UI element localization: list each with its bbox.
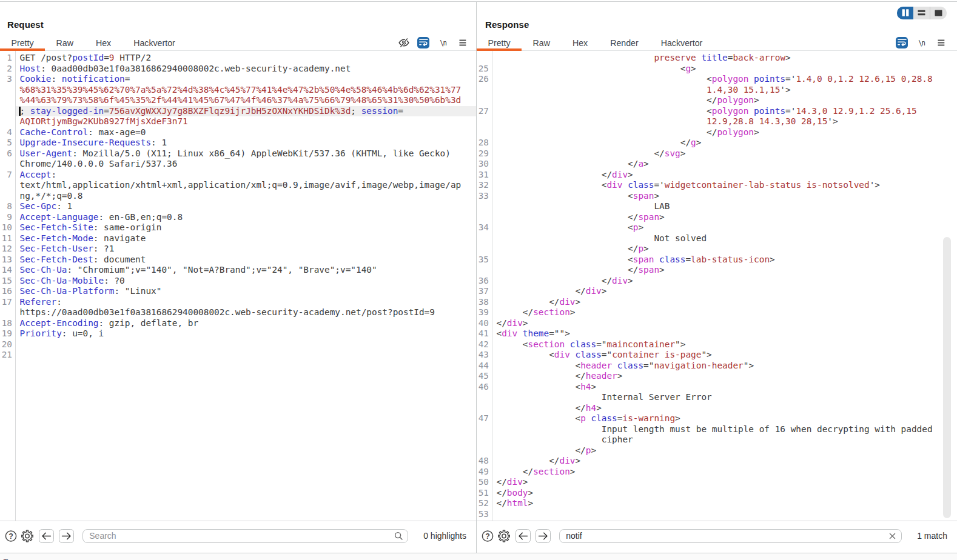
- code-row[interactable]: 43 <div class="container is-page">: [477, 350, 957, 361]
- code-row[interactable]: 44 <header class="navigation-header">: [477, 361, 957, 372]
- settings-gear-icon[interactable]: [21, 530, 33, 542]
- code-row[interactable]: AQIORtjymBgw2KUb8927fMjsXdeF3n71: [0, 116, 476, 127]
- search-previous-button[interactable]: [39, 529, 54, 544]
- code-row[interactable]: 20: [0, 339, 476, 350]
- code-row[interactable]: 12Sec-Fetch-User: ?1: [0, 244, 476, 255]
- tab-pretty[interactable]: Pretty: [0, 33, 45, 50]
- code-row[interactable]: 16Sec-Ch-Ua-Platform: "Linux": [0, 286, 476, 297]
- code-row[interactable]: 34 <p>: [477, 222, 957, 233]
- code-row[interactable]: preserve title=back-arrow>: [477, 53, 957, 64]
- help-icon[interactable]: ?: [482, 530, 494, 542]
- clear-search-icon[interactable]: [887, 531, 897, 541]
- code-row[interactable]: </span>: [477, 212, 957, 223]
- code-row[interactable]: 46 <h4>: [477, 382, 957, 393]
- rows-layout-button[interactable]: [913, 7, 930, 19]
- code-row[interactable]: 10Sec-Fetch-Site: same-origin: [0, 222, 476, 233]
- code-row[interactable]: 41<div theme="">: [477, 328, 957, 339]
- code-row[interactable]: 4Cache-Control: max-age=0: [0, 127, 476, 138]
- code-row[interactable]: </p>: [477, 445, 957, 456]
- search-next-button[interactable]: [59, 529, 74, 544]
- code-row[interactable]: 9Accept-Language: en-GB,en;q=0.8: [0, 212, 476, 223]
- editor-menu-icon[interactable]: [453, 35, 473, 50]
- code-row[interactable]: %68%31%35%39%45%62%70%7a%5a%72%4d%38%4c%…: [0, 85, 476, 96]
- single-layout-button[interactable]: [930, 7, 947, 19]
- code-row[interactable]: 13Sec-Fetch-Dest: document: [0, 255, 476, 265]
- code-row[interactable]: 27 <polygon points='14.3,0 12.9,1.2 25.6…: [477, 106, 957, 117]
- code-row[interactable]: 5Upgrade-Insecure-Requests: 1: [0, 138, 476, 148]
- code-row[interactable]: 1GET /post?postId=9 HTTP/2: [0, 53, 476, 64]
- code-row[interactable]: 2Host: 0aad00db03e1f0a3816862940008002c.…: [0, 64, 476, 75]
- response-editor[interactable]: preserve title=back-arrow>25 <g>26 <poly…: [477, 51, 957, 521]
- code-row[interactable]: 19Priority: u=0, i: [0, 328, 476, 339]
- code-row[interactable]: 47 <p class=is-warning>: [477, 413, 957, 424]
- code-row[interactable]: 33 <span>: [477, 191, 957, 202]
- code-row[interactable]: ng,*/*;q=0.8: [0, 191, 476, 202]
- code-row[interactable]: 38 </div>: [477, 297, 957, 308]
- tab-hackvertor[interactable]: Hackvertor: [650, 33, 714, 50]
- columns-layout-button[interactable]: [897, 7, 913, 19]
- code-row[interactable]: text/html,application/xhtml+xml,applicat…: [0, 180, 476, 191]
- tab-render[interactable]: Render: [599, 33, 650, 50]
- code-row[interactable]: 8Sec-Gpc: 1: [0, 201, 476, 212]
- code-row[interactable]: 37 </div>: [477, 286, 957, 297]
- code-row[interactable]: 28 </g>: [477, 138, 957, 148]
- code-row[interactable]: 52</html>: [477, 498, 957, 509]
- code-row[interactable]: 36 </div>: [477, 276, 957, 287]
- response-search-input[interactable]: [559, 529, 902, 544]
- code-row[interactable]: 3Cookie: notification=: [0, 74, 476, 85]
- code-row[interactable]: cipher: [477, 435, 957, 445]
- code-row[interactable]: LAB: [477, 201, 957, 212]
- code-row[interactable]: 31 </div>: [477, 170, 957, 181]
- code-row[interactable]: 6User-Agent: Mozilla/5.0 (X11; Linux x86…: [0, 148, 476, 159]
- show-newlines-icon[interactable]: \n: [912, 35, 932, 50]
- code-row[interactable]: 15Sec-Ch-Ua-Mobile: ?0: [0, 276, 476, 287]
- show-newlines-icon[interactable]: \n: [433, 35, 453, 50]
- tab-hex[interactable]: Hex: [84, 33, 122, 50]
- code-row[interactable]: 12.9,28.8 14.3,30 28,15'>: [477, 116, 957, 127]
- help-icon[interactable]: ?: [5, 530, 17, 542]
- code-row[interactable]: 48 </div>: [477, 456, 957, 467]
- soft-wrap-icon[interactable]: [414, 35, 434, 50]
- code-row[interactable]: ; stay-logged-in=756avXgWXXJy7g8BXZFlqz9…: [0, 106, 476, 117]
- code-row[interactable]: 1.4,30 15.1,15'>: [477, 85, 957, 96]
- code-row[interactable]: 53: [477, 509, 957, 520]
- code-row[interactable]: </p>: [477, 244, 957, 255]
- vertical-scrollbar-thumb[interactable]: [943, 237, 951, 518]
- code-row[interactable]: Internal Server Error: [477, 392, 957, 403]
- code-row[interactable]: Not solved: [477, 233, 957, 244]
- code-row[interactable]: 42 <section class="maincontainer">: [477, 339, 957, 350]
- tab-raw[interactable]: Raw: [522, 33, 561, 50]
- code-row[interactable]: 26 <polygon points='1.4,0 0,1.2 12.6,15 …: [477, 74, 957, 85]
- code-row[interactable]: </polygon>: [477, 127, 957, 138]
- code-row[interactable]: %44%63%79%73%58%6f%45%35%2f%44%41%45%67%…: [0, 95, 476, 106]
- code-row[interactable]: </h4>: [477, 403, 957, 414]
- soft-wrap-icon[interactable]: [892, 35, 912, 50]
- search-previous-button[interactable]: [515, 529, 531, 544]
- code-row[interactable]: 35 <span class=lab-status-icon>: [477, 255, 957, 265]
- code-row[interactable]: 14Sec-Ch-Ua: "Chromium";v="140", "Not=A?…: [0, 265, 476, 276]
- code-row[interactable]: 17Referer:: [0, 297, 476, 308]
- code-row[interactable]: Chrome/140.0.0.0 Safari/537.36: [0, 159, 476, 170]
- code-row[interactable]: 11Sec-Fetch-Mode: navigate: [0, 233, 476, 244]
- request-editor[interactable]: 1GET /post?postId=9 HTTP/22Host: 0aad00d…: [0, 51, 476, 521]
- tab-pretty[interactable]: Pretty: [477, 33, 522, 50]
- search-next-button[interactable]: [536, 529, 551, 544]
- hide-response-eye-icon[interactable]: [394, 35, 414, 50]
- code-row[interactable]: https://0aad00db03e1f0a3816862940008002c…: [0, 307, 476, 318]
- code-row[interactable]: 18Accept-Encoding: gzip, deflate, br: [0, 318, 476, 329]
- code-row[interactable]: 40</div>: [477, 318, 957, 329]
- code-row[interactable]: 51</body>: [477, 488, 957, 499]
- code-row[interactable]: 21: [0, 350, 476, 361]
- code-row[interactable]: 50</div>: [477, 477, 957, 488]
- settings-gear-icon[interactable]: [498, 530, 510, 542]
- tab-raw[interactable]: Raw: [45, 33, 84, 50]
- code-row[interactable]: 7Accept:: [0, 170, 476, 181]
- code-row[interactable]: 25 <g>: [477, 64, 957, 75]
- code-row[interactable]: 29 </svg>: [477, 148, 957, 159]
- editor-menu-icon[interactable]: [932, 35, 952, 50]
- tab-hackvertor[interactable]: Hackvertor: [123, 33, 187, 50]
- code-row[interactable]: </polygon>: [477, 95, 957, 106]
- code-row[interactable]: 49 </section>: [477, 467, 957, 478]
- tab-hex[interactable]: Hex: [561, 33, 599, 50]
- code-row[interactable]: 39 </section>: [477, 307, 957, 318]
